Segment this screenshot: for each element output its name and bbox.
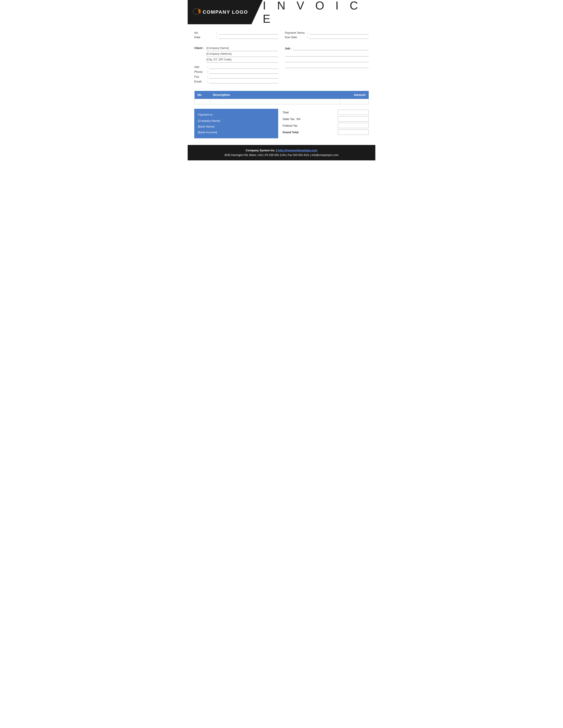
job-block: Job : bbox=[285, 46, 369, 84]
phone-row: Phone : bbox=[194, 70, 278, 74]
grand-total-value-box bbox=[338, 129, 369, 135]
client-label: Client : bbox=[194, 46, 206, 50]
fax-row: Fax : bbox=[194, 75, 278, 79]
due-date-label: Due Date bbox=[285, 36, 307, 39]
state-tax-value-box bbox=[338, 116, 369, 122]
phone-value bbox=[209, 70, 278, 74]
email-label: Email bbox=[194, 80, 206, 83]
no-label: No bbox=[194, 31, 216, 34]
federal-tax-value-box bbox=[338, 123, 369, 128]
logo-block: COMPANY LOGO bbox=[188, 0, 263, 24]
footer-line2: 8030 Harrington Rd, Miami, USA | Ph 555-… bbox=[190, 153, 373, 157]
no-field: No : bbox=[194, 31, 278, 34]
totals-block: Total State Tax 3% Federal Tax Grand Tot… bbox=[283, 109, 369, 138]
payment-company-name: [Company Name] bbox=[198, 118, 274, 124]
client-fields: [Company Name] [Company Address] [City, … bbox=[206, 46, 278, 64]
fax-label: Fax bbox=[194, 75, 206, 78]
federal-tax-label: Federal Tax bbox=[283, 124, 298, 127]
page-header: COMPANY LOGO I N V O I C E bbox=[188, 0, 375, 24]
table-no-cell bbox=[194, 99, 210, 104]
table-header-row: No Description Amount bbox=[194, 91, 369, 99]
attn-row: Attn : bbox=[194, 65, 278, 69]
payment-to-label: Payment to : bbox=[198, 112, 274, 118]
state-tax-label: State Tax 3% bbox=[283, 117, 301, 121]
payment-bank-account: [Bank Account] bbox=[198, 129, 274, 135]
col-no-header: No bbox=[194, 91, 210, 99]
state-tax-row: State Tax 3% bbox=[283, 116, 369, 122]
footer-company-name: Company System Inc. bbox=[246, 149, 275, 152]
meta-row-2: Date : Due Date : bbox=[194, 35, 369, 39]
meta-section: No : Payment Terms : Date : Due Date : bbox=[188, 29, 375, 42]
invoice-table: No Description Amount bbox=[194, 91, 369, 104]
col-amount-header: Amount bbox=[340, 91, 369, 99]
total-row: Total bbox=[283, 110, 369, 115]
date-label: Date bbox=[194, 36, 216, 39]
attn-value bbox=[209, 65, 278, 69]
invoice-title-block: I N V O I C E bbox=[263, 0, 375, 24]
client-block: Client : [Company Name] [Company Address… bbox=[194, 46, 278, 84]
date-field: Date : bbox=[194, 35, 278, 39]
col-description-header: Description bbox=[210, 91, 340, 99]
payment-block: Payment to : [Company Name] [Bank Name] … bbox=[194, 109, 278, 138]
invoice-title: I N V O I C E bbox=[263, 0, 369, 25]
payment-bank-name: [Bank Name] bbox=[198, 124, 274, 129]
logo-icon bbox=[192, 8, 201, 17]
client-job-section: Client : [Company Name] [Company Address… bbox=[188, 44, 375, 86]
job-line-2 bbox=[285, 52, 369, 56]
footer-url[interactable]: http://freewordtemplates.net/ bbox=[278, 149, 317, 152]
table-body-row bbox=[194, 99, 369, 104]
job-line-4 bbox=[285, 63, 369, 68]
total-value-box bbox=[338, 110, 369, 115]
page-footer: Company System Inc. | http://freewordtem… bbox=[188, 145, 375, 160]
logo-text: COMPANY LOGO bbox=[192, 8, 248, 17]
due-date-field: Due Date : bbox=[285, 35, 369, 39]
meta-row-1: No : Payment Terms : bbox=[194, 31, 369, 34]
date-value-line bbox=[218, 35, 278, 39]
payment-terms-field: Payment Terms : bbox=[285, 31, 369, 34]
client-company-name: [Company Name] bbox=[206, 46, 278, 51]
attn-label: Attn bbox=[194, 65, 206, 69]
date-colon: : bbox=[216, 36, 217, 39]
state-tax-percent: 3% bbox=[296, 117, 301, 121]
job-line-3 bbox=[285, 57, 369, 62]
grand-total-label: Grand Total bbox=[283, 131, 299, 134]
fax-value bbox=[209, 75, 278, 79]
payment-terms-value-line bbox=[309, 31, 369, 34]
job-label: Job : bbox=[285, 47, 292, 50]
footer-separator: | bbox=[276, 149, 278, 152]
payment-terms-label: Payment Terms bbox=[285, 31, 307, 34]
phone-label: Phone bbox=[194, 70, 206, 73]
job-value-line bbox=[294, 46, 369, 50]
client-city-zip: [City, ST, ZIP Code] bbox=[206, 58, 278, 63]
total-label: Total bbox=[283, 111, 289, 114]
client-company-address: [Company Address] bbox=[206, 52, 278, 57]
bottom-section: Payment to : [Company Name] [Bank Name] … bbox=[188, 109, 375, 138]
client-header: Client : [Company Name] [Company Address… bbox=[194, 46, 278, 64]
email-row: Email : bbox=[194, 79, 278, 83]
payment-terms-colon: : bbox=[307, 31, 308, 34]
grand-total-row: Grand Total bbox=[283, 129, 369, 135]
no-colon: : bbox=[216, 31, 217, 34]
job-header: Job : bbox=[285, 46, 369, 50]
due-date-colon: : bbox=[307, 36, 308, 39]
table-amount-cell bbox=[340, 99, 369, 104]
due-date-value-line bbox=[309, 35, 369, 39]
table-description-cell bbox=[210, 99, 340, 104]
footer-line1: Company System Inc. | http://freewordtem… bbox=[190, 148, 373, 153]
no-value-line bbox=[218, 31, 278, 34]
federal-tax-row: Federal Tax bbox=[283, 123, 369, 128]
email-value bbox=[209, 79, 278, 83]
